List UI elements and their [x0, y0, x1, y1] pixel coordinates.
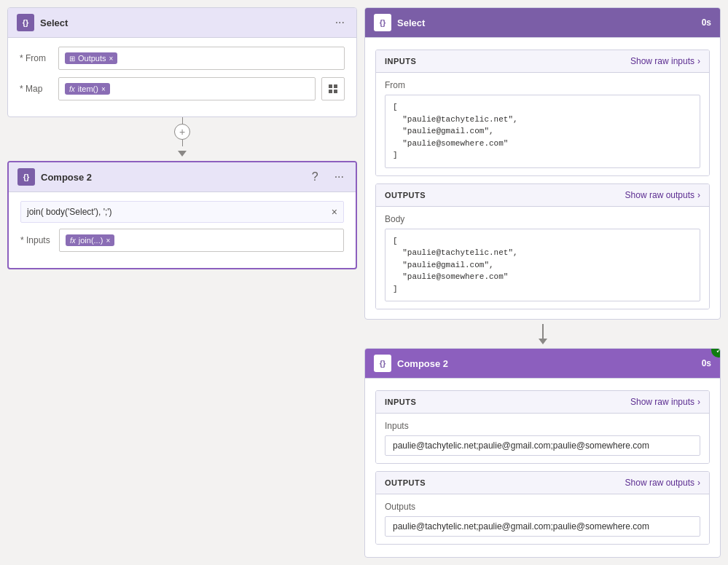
map-tag-close[interactable]: × [101, 85, 106, 93]
svg-rect-3 [334, 90, 337, 93]
compose2-show-raw-outputs[interactable]: Show raw outputs › [625, 478, 700, 488]
from-label: * From [20, 53, 52, 63]
connector-arrow-left [7, 146, 357, 161]
chevron-right-outputs: › [697, 190, 700, 200]
inputs-tag-close[interactable]: × [106, 237, 110, 245]
map-icon-btn[interactable] [321, 77, 345, 100]
compose-expression-close[interactable]: × [332, 206, 337, 218]
inputs-tag: fx join(...) × [66, 234, 114, 246]
map-input[interactable]: fx item() × [58, 77, 316, 100]
right-arrow-head [539, 339, 547, 344]
select-outputs-body: Body [ "paulie@tachytelic.net", "paulie@… [376, 207, 709, 309]
select-card-time: 0s [702, 17, 711, 28]
map-label: * Map [20, 84, 52, 94]
arrow-head-left [178, 151, 187, 157]
compose2-outputs-body: Outputs paulie@tachytelic.net;paulie@gma… [376, 494, 709, 544]
inputs-field-row: * Inputs fx join(...) × [20, 229, 344, 252]
compose2-inputs-label: Inputs [385, 421, 700, 431]
compose2-title-right: Compose 2 [397, 358, 696, 369]
connector-left: + [7, 117, 357, 146]
select-card-title-right: Select [397, 17, 696, 28]
from-code-box: [ "paulie@tachytelic.net", "paulie@gmail… [385, 95, 700, 168]
compose-expression-text: join( body('Select'), ';') [27, 207, 112, 217]
select-show-raw-inputs[interactable]: Show raw inputs › [630, 56, 700, 66]
select-card-left: {} Select ··· * From ⊞ Outputs × * Map [7, 7, 357, 117]
compose2-inputs-header: INPUTS Show raw inputs › [376, 391, 709, 414]
arrow-down-left [178, 151, 187, 157]
compose2-chevron-outputs: › [697, 478, 700, 488]
compose2-card-header-right: {} Compose 2 0s ✓ [365, 349, 720, 379]
compose2-card-left: {} Compose 2 ? ··· join( body('Select'),… [7, 161, 357, 269]
compose2-outputs-title: OUTPUTS [385, 478, 426, 487]
map-field-row: * Map fx item() × [20, 77, 345, 100]
compose2-menu[interactable]: ··· [332, 169, 347, 185]
select-inputs-header: INPUTS Show raw inputs › [376, 50, 709, 73]
map-tag-icon: fx [69, 85, 75, 93]
compose2-outputs-value: paulie@tachytelic.net;paulie@gmail.com;p… [385, 516, 700, 537]
select-inputs-title: INPUTS [385, 57, 416, 66]
svg-rect-1 [334, 84, 337, 88]
compose2-inputs-section: INPUTS Show raw inputs › Inputs paulie@t… [375, 390, 710, 464]
svg-rect-2 [329, 90, 332, 93]
from-tag-icon: ⊞ [69, 55, 75, 63]
select-card-icon-right: {} [374, 14, 391, 31]
select-right-body: INPUTS Show raw inputs › From [ "paulie@… [365, 38, 720, 320]
compose2-card-icon-left: {} [17, 168, 35, 186]
right-connector-arrow [364, 320, 721, 348]
compose2-card-header-left: {} Compose 2 ? ··· [9, 162, 356, 192]
from-tag-label: Outputs [78, 54, 106, 63]
select-inputs-section: INPUTS Show raw inputs › From [ "paulie@… [375, 50, 710, 176]
body-field-label: Body [385, 214, 700, 224]
compose2-chevron-inputs: › [697, 397, 700, 407]
compose2-time-right: 0s [702, 358, 711, 368]
from-field-row: * From ⊞ Outputs × [20, 47, 345, 70]
inputs-input[interactable]: fx join(...) × [59, 229, 344, 252]
compose2-outputs-header: OUTPUTS Show raw outputs › [376, 472, 709, 494]
compose2-show-raw-inputs[interactable]: Show raw inputs › [630, 397, 700, 407]
compose2-card-right: {} Compose 2 0s ✓ INPUTS Show raw inputs… [364, 348, 721, 558]
right-panel: {} Select 0s INPUTS Show raw inputs › Fr… [364, 0, 728, 565]
compose2-card-title-left: Compose 2 [41, 172, 303, 183]
compose2-question[interactable]: ? [309, 169, 321, 185]
from-tag-close[interactable]: × [109, 55, 114, 63]
body-code-box: [ "paulie@tachytelic.net", "paulie@gmail… [385, 229, 700, 302]
select-card-icon-left: {} [17, 14, 34, 31]
select-card-header-left: {} Select ··· [8, 8, 356, 38]
compose2-inputs-value: paulie@tachytelic.net;paulie@gmail.com;p… [385, 435, 700, 456]
from-tag: ⊞ Outputs × [65, 52, 117, 64]
left-panel: {} Select ··· * From ⊞ Outputs × * Map [0, 0, 364, 565]
select-outputs-section: OUTPUTS Show raw outputs › Body [ "pauli… [375, 183, 710, 310]
map-tag-label: item() [78, 84, 98, 93]
compose2-outputs-label: Outputs [385, 502, 700, 512]
compose2-inputs-title: INPUTS [385, 398, 416, 406]
compose2-inputs-body: Inputs paulie@tachytelic.net;paulie@gmai… [376, 414, 709, 463]
compose2-outputs-section: OUTPUTS Show raw outputs › Outputs pauli… [375, 471, 710, 545]
inputs-label: * Inputs [20, 235, 53, 245]
right-arrow-down [539, 324, 547, 344]
select-inputs-body: From [ "paulie@tachytelic.net", "paulie@… [376, 73, 709, 175]
inputs-tag-icon: fx [70, 237, 76, 245]
chevron-right-inputs: › [697, 56, 700, 66]
compose2-icon-right: {} [374, 355, 391, 372]
compose-expression: join( body('Select'), ';') × [20, 201, 344, 223]
select-show-raw-outputs[interactable]: Show raw outputs › [625, 190, 700, 200]
svg-rect-0 [329, 84, 332, 88]
compose2-success-badge: ✓ [711, 348, 721, 357]
inputs-tag-label: join(...) [79, 236, 103, 245]
select-card-header-right: {} Select 0s [365, 8, 720, 38]
right-arrow-line [542, 324, 544, 339]
select-card-title-left: Select [40, 17, 326, 28]
select-card-right: {} Select 0s INPUTS Show raw inputs › Fr… [364, 7, 721, 320]
select-outputs-title: OUTPUTS [385, 191, 426, 199]
select-card-menu-left[interactable]: ··· [332, 15, 348, 31]
compose2-card-body-left: join( body('Select'), ';') × * Inputs fx… [9, 192, 356, 268]
compose2-right-body: INPUTS Show raw inputs › Inputs paulie@t… [365, 379, 720, 558]
from-field-label: From [385, 80, 700, 90]
select-outputs-header: OUTPUTS Show raw outputs › [376, 184, 709, 207]
from-input[interactable]: ⊞ Outputs × [58, 47, 345, 70]
select-card-body-left: * From ⊞ Outputs × * Map fx item() × [8, 38, 356, 116]
connector-plus-left[interactable]: + [174, 124, 190, 140]
map-tag: fx item() × [65, 83, 110, 95]
